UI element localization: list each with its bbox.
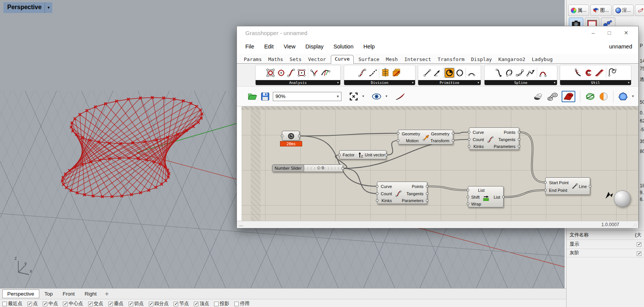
checkbox-icon[interactable] <box>2 302 7 306</box>
tab-properties[interactable]: 属... <box>568 5 589 16</box>
group-expand-icon[interactable]: ▼ <box>628 81 630 84</box>
interpolate-icon[interactable] <box>495 68 503 77</box>
preview-selected-only-icon[interactable] <box>585 92 596 101</box>
move-component[interactable]: Geometry Motion Geometry Transform <box>398 130 453 145</box>
osnap-knot[interactable]: 节点 <box>174 301 189 307</box>
curve-length-icon[interactable] <box>287 68 296 77</box>
curve-closest-point-icon[interactable] <box>310 68 319 77</box>
dash-pattern-icon[interactable] <box>391 68 401 78</box>
offset-curve-icon[interactable] <box>584 68 593 77</box>
divide-curve-port[interactable] <box>376 185 378 188</box>
timer-interval-label[interactable]: 20ms <box>280 141 302 146</box>
osnap-disable[interactable]: 停用 <box>234 301 250 307</box>
checkbox-icon[interactable] <box>27 302 32 306</box>
nurbs-curve-icon[interactable] <box>505 68 514 77</box>
menu-file[interactable]: File <box>245 43 254 50</box>
slider-track[interactable]: ◇9 <box>304 165 343 172</box>
shift-list-port[interactable] <box>467 189 469 191</box>
viewport-tab-right[interactable]: Right <box>80 290 101 298</box>
shift-output-port[interactable] <box>502 196 505 198</box>
arc-icon[interactable] <box>467 69 476 77</box>
status-ellipsis[interactable]: ... <box>239 222 243 227</box>
timer-output-port[interactable] <box>298 135 301 137</box>
osnap-center[interactable]: 中心点 <box>63 301 83 307</box>
tween-curve-icon[interactable] <box>539 69 547 77</box>
tab-render[interactable]: 渲... <box>613 5 634 16</box>
divide-distance-icon[interactable] <box>368 68 377 77</box>
divide-curve-icon[interactable] <box>358 68 367 77</box>
gh-title-bar[interactable]: Grasshopper - unnamed – □ ✕ <box>237 26 638 39</box>
shift-offset-port[interactable] <box>467 196 469 198</box>
divide-curve-component[interactable]: Curve Count Kinks Points Tangents Parame… <box>469 127 519 150</box>
group-expand-icon[interactable]: ▼ <box>478 81 479 84</box>
timer-component[interactable]: 20ms <box>282 131 299 141</box>
checkbox-icon[interactable] <box>129 302 133 306</box>
resize-grip[interactable]: .:: <box>633 223 637 227</box>
divide-parameters-port[interactable] <box>426 199 428 202</box>
line-end-port[interactable] <box>544 189 547 191</box>
divide-count-port[interactable] <box>376 192 378 195</box>
divide-points-port[interactable] <box>426 185 428 188</box>
slider-output-port[interactable] <box>341 167 344 170</box>
line-component[interactable]: Start Point End Point Line <box>545 177 590 195</box>
menu-display[interactable]: Display <box>306 43 324 50</box>
checkbox-icon[interactable] <box>637 251 641 256</box>
save-file-icon[interactable] <box>261 92 270 101</box>
gh-tab-mesh[interactable]: Mesh <box>384 56 399 63</box>
gh-tab-surface[interactable]: Surface <box>357 56 381 63</box>
group-expand-icon[interactable]: ▼ <box>337 81 339 84</box>
osnap-perpendicular[interactable]: 垂点 <box>108 301 124 307</box>
move-geometry-out-port[interactable] <box>452 132 454 135</box>
menu-view[interactable]: View <box>283 43 295 50</box>
gh-tab-transform[interactable]: Transform <box>436 56 466 63</box>
gh-tab-sets[interactable]: Sets <box>288 56 303 63</box>
preview-shaded-icon-selected[interactable] <box>562 91 575 102</box>
zoom-combobox[interactable]: 90% ▼ <box>273 92 341 101</box>
gh-tab-intersect[interactable]: Intersect <box>403 56 433 63</box>
polyline-icon[interactable] <box>526 69 535 77</box>
unit-vector-component[interactable]: Factor Z Unit vector <box>339 150 386 159</box>
chevron-down-icon[interactable]: ▼ <box>385 95 388 98</box>
divide-tangents-port[interactable] <box>426 192 428 195</box>
osnap-nearest[interactable]: 最近点 <box>2 301 23 307</box>
gh-tab-params[interactable]: Params <box>242 56 263 63</box>
osnap-vertex[interactable]: 顶点 <box>194 301 209 307</box>
gh-tab-vector[interactable]: Vector <box>306 56 327 63</box>
osnap-project[interactable]: 投影 <box>214 301 229 307</box>
osnap-intersection[interactable]: 交点 <box>88 301 103 307</box>
vector-output-port[interactable] <box>385 154 388 156</box>
divide-points-port[interactable] <box>518 131 520 133</box>
osnap-tangent[interactable]: 切点 <box>129 301 144 307</box>
sketch-pen-icon[interactable] <box>395 92 406 101</box>
checkbox-icon[interactable] <box>234 302 239 306</box>
menu-edit[interactable]: Edit <box>264 43 274 50</box>
checkbox-icon[interactable] <box>63 302 68 306</box>
display-blue-sphere-icon[interactable] <box>618 92 628 101</box>
zoom-extents-icon[interactable] <box>349 92 358 101</box>
gh-tab-display[interactable]: Display <box>470 56 494 63</box>
curve-on-surface-icon[interactable] <box>515 68 525 77</box>
divide-curve-port[interactable] <box>468 131 470 133</box>
contour-icon[interactable] <box>381 68 390 78</box>
open-file-icon[interactable] <box>248 92 258 101</box>
close-icon[interactable]: ✕ <box>624 30 628 36</box>
tab-layers[interactable]: 图... <box>590 5 612 16</box>
shift-list-component[interactable]: List Shift Wrap List <box>468 186 504 207</box>
line-sdl-icon[interactable] <box>433 69 441 77</box>
menu-help[interactable]: Help <box>364 43 375 50</box>
divide-curve-component[interactable]: Curve Count Kinks Points Tangents Parame… <box>377 182 427 204</box>
osnap-midpoint[interactable]: 中点 <box>43 301 58 307</box>
flip-curve-icon[interactable] <box>594 68 604 77</box>
viewport-title-button[interactable]: Perspective ▼ <box>3 2 52 13</box>
divide-kinks-port[interactable] <box>376 199 378 202</box>
curve-extremes-icon[interactable] <box>320 68 330 77</box>
chevron-down-icon[interactable]: ▼ <box>362 95 365 98</box>
gh-tab-maths[interactable]: Maths <box>267 56 285 63</box>
gh-canvas[interactable]: 20ms Factor Z Unit vector Number Slider … <box>242 106 638 221</box>
curve-domain-icon[interactable] <box>297 68 306 77</box>
viewport-tab-top[interactable]: Top <box>40 290 58 298</box>
group-expand-icon[interactable]: ▼ <box>554 81 555 84</box>
factor-input-port[interactable] <box>338 154 341 156</box>
line-icon[interactable] <box>423 69 431 77</box>
move-transform-out-port[interactable] <box>452 139 454 142</box>
